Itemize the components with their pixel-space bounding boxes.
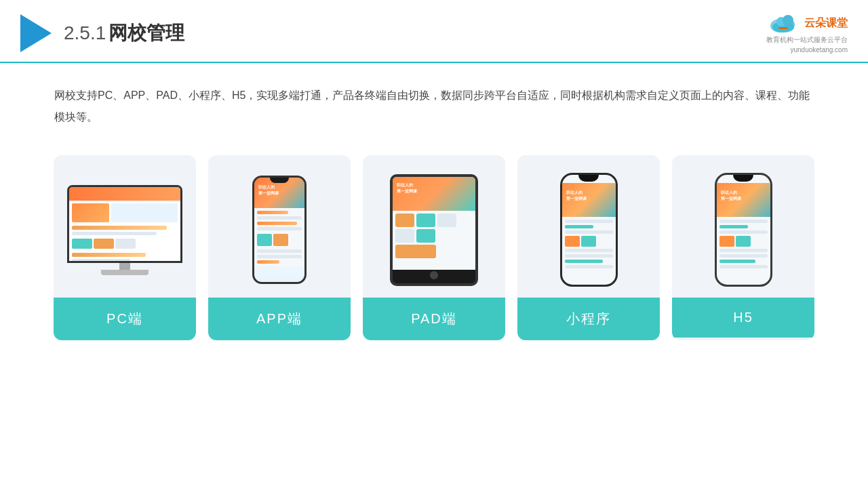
card-pad: 职达人的第一堂网课 PAD端 bbox=[363, 155, 505, 340]
page-header: 2.5.1网校管理 云朵课堂 教育机构一站式服务云平台 yunduoketang… bbox=[0, 0, 868, 63]
card-miniprogram-label: 小程序 bbox=[517, 298, 660, 340]
brand-logo: 云朵课堂 教育机构一站式服务云平台 yunduoketang.com bbox=[766, 12, 848, 54]
card-app-image: 职达人的第一堂网课 bbox=[208, 155, 351, 298]
tablet-home-btn bbox=[430, 271, 438, 279]
description-paragraph: 网校支持PC、APP、PAD、小程序、H5，实现多端打通，产品各终端自由切换，数… bbox=[54, 85, 814, 128]
card-app-label: APP端 bbox=[208, 298, 351, 340]
brand-row: 云朵课堂 bbox=[766, 12, 848, 34]
card-h5: 职达人的第一堂网课 bbox=[672, 155, 814, 340]
svg-rect-5 bbox=[778, 27, 788, 29]
cards-container: PC端 职达人的第一堂网课 bbox=[0, 128, 868, 340]
brand-tagline-text: 教育机构一站式服务云平台 bbox=[766, 35, 848, 45]
page-title: 2.5.1网校管理 bbox=[64, 20, 184, 46]
card-app: 职达人的第一堂网课 bbox=[208, 155, 351, 340]
pc-device-mockup bbox=[64, 185, 186, 275]
app-phone-mockup: 职达人的第一堂网课 bbox=[252, 176, 307, 284]
card-h5-label: H5 bbox=[672, 298, 814, 338]
card-miniprogram-image: 职达人的第一堂网课 bbox=[517, 155, 660, 298]
card-pc-image bbox=[54, 155, 196, 298]
pc-screen bbox=[67, 185, 182, 263]
h5-phone-screen: 职达人的第一堂网课 bbox=[717, 175, 770, 285]
brand-name-text: 云朵课堂 bbox=[804, 16, 848, 30]
brand-url-text: yunduoketang.com bbox=[790, 46, 848, 54]
tablet-screen: 职达人的第一堂网课 bbox=[393, 177, 475, 270]
h5-phone-mockup: 职达人的第一堂网课 bbox=[715, 173, 772, 287]
cloud-icon bbox=[766, 12, 800, 34]
pad-tablet-mockup: 职达人的第一堂网课 bbox=[390, 174, 478, 286]
card-pad-label: PAD端 bbox=[363, 298, 505, 340]
phone-screen: 职达人的第一堂网课 bbox=[254, 178, 304, 282]
card-miniprogram: 职达人的第一堂网课 bbox=[517, 155, 660, 340]
section-number: 2.5.1 bbox=[64, 22, 106, 43]
card-pc-label: PC端 bbox=[54, 298, 196, 340]
logo-triangle-icon bbox=[20, 14, 52, 52]
card-pad-image: 职达人的第一堂网课 bbox=[363, 155, 505, 298]
header-left: 2.5.1网校管理 bbox=[20, 14, 184, 52]
miniprogram-phone-mockup: 职达人的第一堂网课 bbox=[560, 173, 618, 287]
title-text: 网校管理 bbox=[108, 22, 184, 43]
miniphone-screen: 职达人的第一堂网课 bbox=[562, 175, 616, 285]
card-pc: PC端 bbox=[54, 155, 196, 340]
phone-notch bbox=[270, 178, 289, 183]
description-text: 网校支持PC、APP、PAD、小程序、H5，实现多端打通，产品各终端自由切换，数… bbox=[0, 63, 868, 128]
svg-point-4 bbox=[783, 15, 793, 26]
card-h5-image: 职达人的第一堂网课 bbox=[672, 155, 814, 298]
